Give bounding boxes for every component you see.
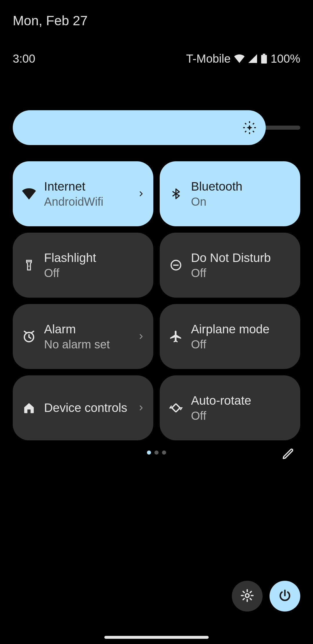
footer-actions [232,581,300,612]
pager-dot [154,451,159,455]
brightness-icon [243,121,256,135]
wifi-icon [22,187,36,201]
tile-title: Alarm [44,322,128,336]
wifi-icon [234,54,245,63]
status-right: T-Mobile 100% [186,52,300,65]
svg-line-8 [245,131,246,132]
svg-line-6 [245,123,246,124]
pager-dot [162,451,166,455]
tile-autorotate[interactable]: Auto-rotate Off [160,375,300,440]
tile-title: Internet [44,180,128,193]
tile-text: Device controls [44,401,128,415]
tile-alarm[interactable]: Alarm No alarm set [13,304,153,369]
svg-rect-17 [172,404,180,412]
tile-subtitle: AndroidWifi [44,195,128,208]
svg-line-7 [253,131,254,132]
status-bar: 3:00 T-Mobile 100% [13,52,300,66]
tile-text: Auto-rotate Off [191,394,293,422]
cellular-icon [248,54,257,63]
tile-title: Auto-rotate [191,394,293,408]
dnd-icon [169,258,183,272]
tile-title: Device controls [44,401,128,415]
tile-subtitle: Off [191,267,293,280]
alarm-icon [22,330,36,343]
tile-title: Bluetooth [191,180,293,193]
brightness-fill [13,110,266,145]
tile-device-controls[interactable]: Device controls [13,375,153,440]
power-icon [278,589,292,604]
tile-dnd[interactable]: Do Not Disturb Off [160,233,300,298]
svg-point-18 [245,594,249,598]
status-time: 3:00 [13,52,35,65]
tile-subtitle: No alarm set [44,338,128,351]
tile-text: Do Not Disturb Off [191,251,293,280]
autorotate-icon [169,401,183,415]
chevron-right-icon[interactable] [136,189,146,199]
tile-text: Airplane mode Off [191,322,293,351]
pager-dot [147,451,151,455]
bluetooth-icon [169,187,183,201]
tile-flashlight[interactable]: Flashlight Off [13,233,153,298]
power-button[interactable] [270,581,300,612]
tile-subtitle: Off [191,338,293,351]
tile-text: Internet AndroidWifi [44,180,128,208]
chevron-right-icon[interactable] [136,403,146,413]
home-icon [22,401,36,415]
tile-text: Flashlight Off [44,251,146,280]
tile-title: Airplane mode [191,322,293,336]
svg-rect-0 [261,55,267,64]
tile-internet[interactable]: Internet AndroidWifi [13,161,153,226]
quick-settings-panel: Mon, Feb 27 3:00 T-Mobile 100% [0,0,313,644]
settings-button[interactable] [232,581,263,612]
chevron-right-icon[interactable] [136,331,146,342]
tile-subtitle: Off [191,409,293,422]
pager [0,451,313,455]
brightness-slider[interactable] [13,110,300,145]
tile-text: Bluetooth On [191,180,293,208]
tile-title: Flashlight [44,251,146,265]
svg-rect-1 [263,54,265,55]
tile-airplane[interactable]: Airplane mode Off [160,304,300,369]
status-carrier: T-Mobile [186,52,230,65]
tile-subtitle: Off [44,267,146,280]
flashlight-icon [22,258,36,272]
edit-tiles-button[interactable] [280,446,296,462]
svg-line-16 [32,331,34,332]
battery-icon [261,54,267,64]
status-battery-pct: 100% [271,52,300,65]
date-label: Mon, Feb 27 [13,13,88,28]
svg-line-15 [24,331,26,332]
tile-text: Alarm No alarm set [44,322,128,351]
gear-icon [240,589,254,604]
tile-title: Do Not Disturb [191,251,293,265]
tile-subtitle: On [191,195,293,208]
gesture-nav-bar[interactable] [104,636,209,639]
tile-bluetooth[interactable]: Bluetooth On [160,161,300,226]
svg-line-9 [253,123,254,124]
airplane-icon [169,330,183,343]
qs-tiles: Internet AndroidWifi Bluetooth On Flash [13,161,300,440]
